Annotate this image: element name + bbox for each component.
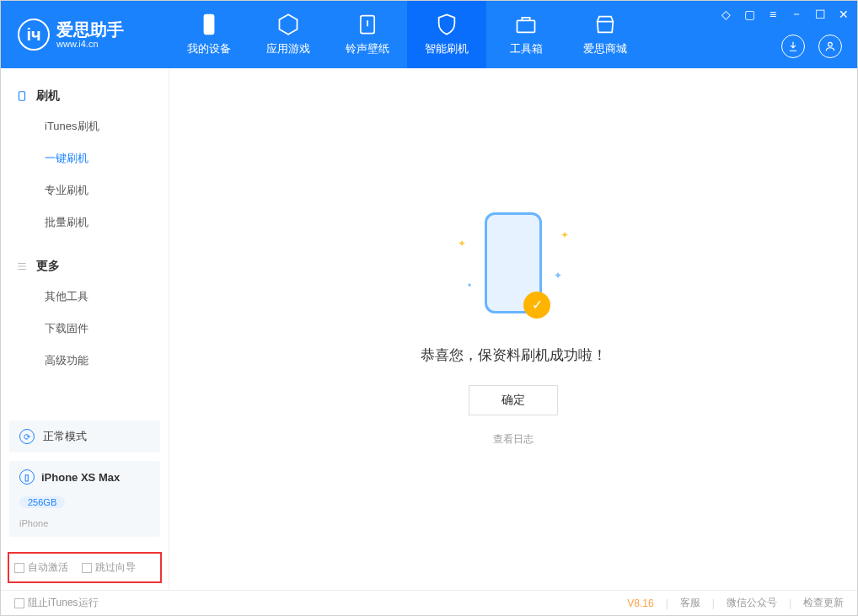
checkbox-auto-activate[interactable]: 自动激活 [14,560,68,575]
mode-icon: ⟳ [19,429,35,444]
shield-refresh-icon [435,13,458,36]
device-type-label: iPhone [19,518,48,528]
svg-rect-2 [517,20,535,32]
ok-button[interactable]: 确定 [469,385,558,415]
sidebar-section-more: 更多 [1,252,169,281]
skin-icon[interactable]: ◇ [719,8,732,21]
sidebar-item-download-firmware[interactable]: 下载固件 [1,313,169,345]
app-header: iч 爱思助手 www.i4.cn 我的设备 应用游戏 铃声壁纸 智能刷机 工具… [1,1,857,68]
main-content: ✦ • ✦ ✦ ✓ 恭喜您，保资料刷机成功啦！ 确定 查看日志 [169,68,857,590]
check-update-link[interactable]: 检查更新 [803,596,844,610]
sidebar-item-other-tools[interactable]: 其他工具 [1,281,169,313]
nav-toolbox[interactable]: 工具箱 [486,1,566,68]
nav-my-device[interactable]: 我的设备 [169,1,249,68]
svg-rect-0 [204,14,214,34]
nav-ringtone-wallpaper[interactable]: 铃声壁纸 [328,1,407,68]
sidebar-item-onekey-flash[interactable]: 一键刷机 [1,142,169,174]
sidebar-item-advanced[interactable]: 高级功能 [1,345,169,377]
account-button[interactable] [818,35,842,58]
checkbox-block-itunes[interactable]: 阻止iTunes运行 [14,596,99,610]
success-message: 恭喜您，保资料刷机成功啦！ [421,345,607,365]
device-info-panel[interactable]: ▯ iPhone XS Max 256GB iPhone [9,461,160,537]
sidebar-item-pro-flash[interactable]: 专业刷机 [1,174,169,206]
music-file-icon [356,13,379,36]
app-logo-icon: iч [18,19,50,51]
feedback-icon[interactable]: ▢ [743,8,756,21]
nav-store[interactable]: 爱思商城 [566,1,645,68]
download-icon [787,40,799,52]
maximize-button[interactable]: ☐ [813,8,827,21]
phone-icon [197,13,221,36]
sidebar-item-batch-flash[interactable]: 批量刷机 [1,206,169,238]
wechat-link[interactable]: 微信公众号 [727,596,777,610]
phone-small-icon: ▯ [19,469,35,485]
device-mode-panel[interactable]: ⟳ 正常模式 [9,420,160,453]
app-subtitle: www.i4.cn [56,39,124,49]
logo-area: iч 爱思助手 www.i4.cn [1,19,169,51]
svg-point-3 [829,42,833,46]
tablet-icon [16,90,28,102]
sidebar-item-itunes-flash[interactable]: iTunes刷机 [1,110,169,142]
status-bar: 阻止iTunes运行 V8.16 | 客服 | 微信公众号 | 检查更新 [1,590,857,615]
minimize-button[interactable]: － [790,8,803,21]
menu-icon[interactable]: ≡ [766,8,780,21]
toolbox-icon [514,13,538,36]
list-icon [16,260,28,272]
svg-rect-4 [19,92,25,101]
close-button[interactable]: ✕ [837,8,850,21]
check-icon: ✓ [523,292,550,319]
main-nav: 我的设备 应用游戏 铃声壁纸 智能刷机 工具箱 爱思商城 [169,1,645,68]
user-icon [824,40,836,52]
nav-smart-flash[interactable]: 智能刷机 [407,1,486,68]
sidebar: 刷机 iTunes刷机 一键刷机 专业刷机 批量刷机 更多 其他工具 下载固件 … [1,68,169,590]
app-title: 爱思助手 [56,20,124,39]
sidebar-section-flash: 刷机 [1,82,169,110]
device-storage-badge: 256GB [19,496,65,508]
checkbox-skip-guide[interactable]: 跳过向导 [82,560,136,575]
download-button[interactable] [781,35,805,58]
nav-apps-games[interactable]: 应用游戏 [249,1,328,68]
window-controls: ◇ ▢ ≡ － ☐ ✕ [719,8,850,21]
highlighted-options-row: 自动激活 跳过向导 [8,552,162,583]
version-label: V8.16 [627,597,653,609]
view-log-link[interactable]: 查看日志 [493,432,534,447]
success-illustration: ✦ • ✦ ✦ ✓ [485,212,542,313]
cube-icon [276,13,300,36]
support-link[interactable]: 客服 [680,596,700,610]
store-icon [593,13,617,36]
